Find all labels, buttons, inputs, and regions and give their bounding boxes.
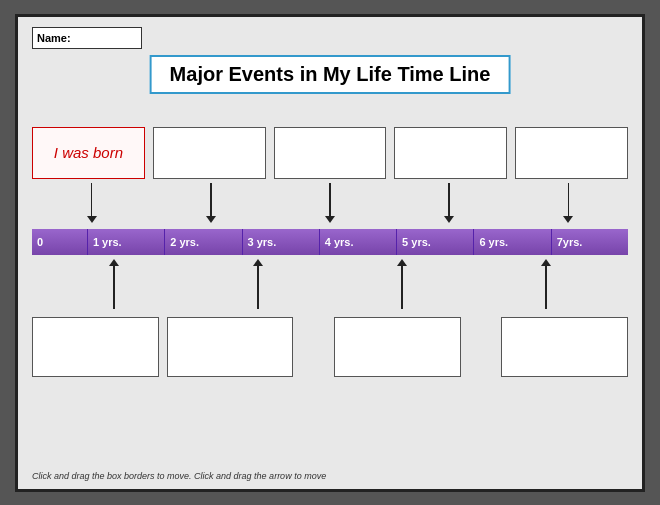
bottom-event-boxes bbox=[32, 317, 628, 377]
worksheet-page: Name: Major Events in My Life Time Line … bbox=[15, 14, 645, 492]
title-box: Major Events in My Life Time Line bbox=[150, 55, 511, 94]
timeline-seg-2: 2 yrs. bbox=[165, 229, 242, 255]
top-arrow-4 bbox=[390, 179, 509, 227]
footer-note: Click and drag the box borders to move. … bbox=[32, 471, 326, 481]
top-event-box-2 bbox=[153, 127, 266, 179]
timeline-seg-5: 5 yrs. bbox=[397, 229, 474, 255]
bottom-event-box-4 bbox=[501, 317, 628, 377]
bottom-arrow-1 bbox=[42, 255, 186, 315]
top-arrows bbox=[32, 179, 628, 227]
timeline-seg-1: 1 yrs. bbox=[88, 229, 165, 255]
bottom-event-box-2 bbox=[167, 317, 294, 377]
born-box: I was born bbox=[32, 127, 145, 179]
top-event-box-5 bbox=[515, 127, 628, 179]
spacer2 bbox=[469, 317, 494, 377]
bottom-arrows bbox=[32, 255, 628, 315]
bottom-event-box-1 bbox=[32, 317, 159, 377]
top-arrow-5 bbox=[509, 179, 628, 227]
name-field[interactable]: Name: bbox=[32, 27, 142, 49]
name-label: Name: bbox=[37, 32, 71, 44]
top-arrow-2 bbox=[151, 179, 270, 227]
top-event-box-4 bbox=[394, 127, 507, 179]
spacer bbox=[301, 317, 326, 377]
bottom-arrow-2 bbox=[186, 255, 330, 315]
bottom-arrow-4 bbox=[474, 255, 618, 315]
timeline-seg-7: 7yrs. bbox=[552, 229, 628, 255]
born-text: I was born bbox=[54, 144, 123, 161]
timeline-bar: 0 1 yrs. 2 yrs. 3 yrs. 4 yrs. 5 yrs. 6 y… bbox=[32, 229, 628, 255]
page-title: Major Events in My Life Time Line bbox=[170, 63, 491, 85]
timeline-seg-6: 6 yrs. bbox=[474, 229, 551, 255]
timeline-seg-4: 4 yrs. bbox=[320, 229, 397, 255]
timeline-seg-0: 0 bbox=[32, 229, 88, 255]
top-arrow-1 bbox=[32, 179, 151, 227]
top-event-box-3 bbox=[274, 127, 387, 179]
top-event-boxes: I was born bbox=[32, 127, 628, 179]
bottom-event-box-3 bbox=[334, 317, 461, 377]
top-arrow-3 bbox=[270, 179, 389, 227]
timeline-seg-3: 3 yrs. bbox=[243, 229, 320, 255]
bottom-arrow-3 bbox=[330, 255, 474, 315]
